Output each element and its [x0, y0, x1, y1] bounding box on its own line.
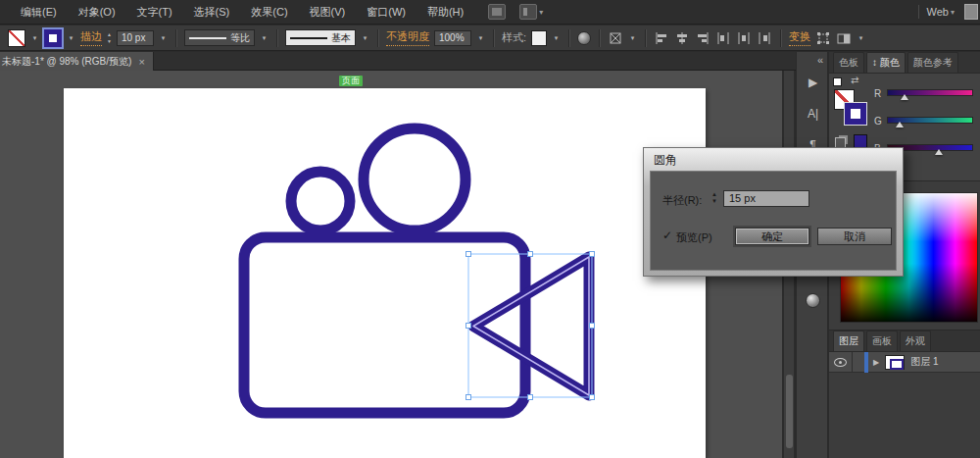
brush-label: 基本 — [331, 31, 351, 45]
red-slider-handle[interactable] — [901, 94, 908, 100]
graphic-style-swatch[interactable] — [531, 30, 547, 46]
chevron-down-icon[interactable]: ▾ — [552, 34, 561, 42]
stroke-profile-dropdown[interactable]: 等比 — [184, 29, 255, 46]
stepper-down-icon[interactable]: ▼ — [711, 198, 717, 205]
scrollbar-thumb[interactable] — [786, 375, 793, 448]
stroke-width-stepper[interactable]: ▲ ▼ — [107, 32, 112, 44]
tab-artboards[interactable]: 画板 — [866, 331, 898, 351]
stroke-panel-link[interactable]: 描边 — [80, 29, 102, 46]
blue-slider-handle[interactable] — [935, 149, 943, 155]
opacity-field[interactable]: 100% — [434, 30, 471, 46]
brush-preview — [290, 37, 327, 39]
brush-dropdown[interactable]: 基本 — [285, 29, 356, 46]
menu-object[interactable]: 对象(O) — [68, 0, 126, 25]
updown-icon: ↕ — [872, 57, 877, 68]
red-channel-label: R — [874, 88, 881, 99]
align-left-icon[interactable] — [654, 30, 669, 46]
tab-color[interactable]: ↕ 颜色 — [866, 52, 906, 73]
round-corners-dialog[interactable]: 圆角 半径(R): ▲ ▼ 15 px ✓ 预览(P) 确定 取消 — [643, 147, 904, 277]
tab-appearance[interactable]: 外观 — [900, 331, 931, 351]
dialog-body: 半径(R): ▲ ▼ 15 px ✓ 预览(P) 确定 取消 — [650, 171, 897, 271]
divider — [568, 29, 569, 47]
collapse-panels-icon[interactable]: « — [817, 54, 823, 66]
dialog-title: 圆角 — [654, 152, 677, 169]
divider — [780, 29, 781, 47]
layer-thumbnail[interactable] — [885, 355, 905, 370]
free-transform-icon[interactable] — [815, 30, 831, 46]
tab-swatches[interactable]: 色板 — [833, 52, 864, 73]
gradient-panel-icon[interactable] — [800, 287, 826, 313]
large-lens-circle[interactable] — [364, 128, 466, 230]
menu-view[interactable]: 视图(V) — [299, 0, 357, 25]
layer-row[interactable]: ▶ 图层 1 — [829, 352, 980, 373]
green-channel-label: G — [874, 116, 882, 127]
menu-help[interactable]: 帮助(H) — [416, 0, 474, 25]
distribute-left-icon[interactable] — [715, 30, 731, 46]
chevron-down-icon[interactable]: ▾ — [476, 34, 485, 42]
transform-panel-link[interactable]: 变换 — [789, 29, 810, 46]
chevron-down-icon[interactable]: ▾ — [260, 34, 269, 42]
menu-window[interactable]: 窗口(W) — [356, 0, 416, 25]
menu-select[interactable]: 选择(S) — [183, 0, 241, 25]
expand-layer-icon[interactable]: ▶ — [873, 358, 879, 367]
bridge-icon[interactable] — [488, 4, 506, 20]
preview-label[interactable]: 预览(P) — [676, 230, 712, 245]
chevron-down-icon: ▾ — [539, 8, 543, 17]
cancel-button[interactable]: 取消 — [817, 228, 892, 245]
recolor-artwork-icon[interactable] — [577, 31, 591, 45]
chevron-down-icon[interactable]: ▾ — [857, 34, 865, 42]
opacity-panel-link[interactable]: 不透明度 — [386, 29, 429, 46]
divider — [377, 29, 378, 47]
fill-color-swatch[interactable] — [8, 29, 25, 47]
stroke-profile-preview — [189, 37, 226, 39]
arrange-documents-icon[interactable] — [519, 4, 537, 20]
layer-name[interactable]: 图层 1 — [910, 355, 938, 369]
align-center-icon[interactable] — [674, 30, 690, 46]
tab-color-guide[interactable]: 颜色参考 — [907, 52, 958, 73]
stepper-down-icon[interactable]: ▼ — [107, 39, 112, 44]
chevron-down-icon[interactable]: ▾ — [159, 34, 168, 42]
workspace-switcher[interactable]: Web — [927, 6, 949, 18]
divider — [493, 29, 494, 47]
layers-panel: 图层 画板 外观 ▶ 图层 1 — [829, 330, 980, 458]
small-lens-circle[interactable] — [291, 172, 350, 230]
align-right-icon[interactable] — [695, 30, 710, 46]
close-icon[interactable]: × — [138, 56, 144, 68]
document-tab[interactable]: 未标题-1* @ 98% (RGB/预览) × — [0, 52, 154, 71]
stroke-width-field[interactable]: 10 px — [117, 30, 154, 46]
layer-selection-indicator — [864, 352, 868, 373]
default-fill-stroke-icon[interactable] — [833, 77, 842, 86]
divider — [645, 29, 646, 47]
character-panel-icon[interactable]: A| — [800, 101, 826, 127]
style-label: 样式: — [502, 30, 526, 45]
chevron-down-icon[interactable]: ▾ — [67, 34, 75, 42]
ok-button[interactable]: 确定 — [735, 228, 809, 245]
divider — [918, 5, 919, 19]
stroke-swatch[interactable] — [845, 103, 866, 125]
divider — [276, 29, 277, 47]
visibility-toggle[interactable] — [829, 352, 853, 373]
stepper-up-icon[interactable]: ▲ — [711, 191, 717, 198]
symbols-panel-icon[interactable]: ▶ — [800, 70, 826, 95]
preview-checkbox[interactable]: ✓ — [662, 229, 672, 242]
menu-effect[interactable]: 效果(C) — [240, 0, 298, 25]
stroke-color-swatch[interactable] — [44, 29, 62, 47]
window-control-button[interactable] — [964, 4, 978, 20]
distribute-right-icon[interactable] — [757, 30, 772, 46]
stepper-up-icon[interactable]: ▲ — [107, 32, 112, 37]
swap-fill-stroke-icon[interactable]: ⇄ — [851, 75, 858, 85]
menu-edit[interactable]: 编辑(E) — [10, 0, 68, 25]
radius-stepper[interactable]: ▲ ▼ — [711, 191, 717, 205]
tab-layers[interactable]: 图层 — [833, 331, 864, 351]
chevron-down-icon[interactable]: ▾ — [30, 34, 39, 42]
radius-input[interactable]: 15 px — [723, 190, 809, 207]
distribute-center-icon[interactable] — [736, 30, 752, 46]
menu-type[interactable]: 文字(T) — [126, 0, 183, 25]
closest-web-color-swatch[interactable] — [854, 134, 867, 148]
isolate-selection-icon[interactable] — [836, 30, 852, 46]
green-slider-handle[interactable] — [896, 122, 904, 127]
align-to-selection-icon[interactable] — [608, 30, 623, 46]
chevron-down-icon[interactable]: ▾ — [628, 34, 637, 42]
divider — [175, 29, 176, 47]
chevron-down-icon[interactable]: ▾ — [361, 34, 369, 42]
